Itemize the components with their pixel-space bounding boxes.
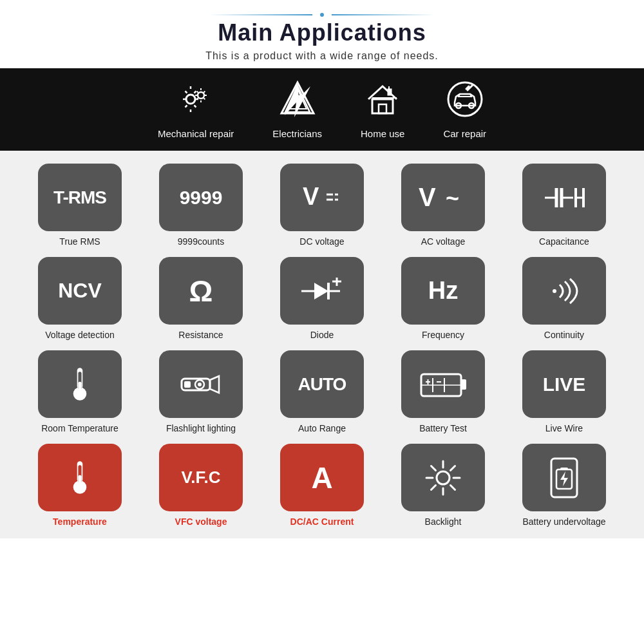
- vfc-icon-box: V.F.C: [159, 444, 243, 511]
- svg-marker-66: [560, 471, 568, 486]
- feature-dcac-current: A DC/AC Current: [280, 444, 364, 527]
- svg-rect-40: [184, 381, 191, 388]
- ohm-symbol: Ω: [189, 274, 213, 308]
- feature-batt-under: Battery undervoltage: [522, 444, 606, 527]
- svg-line-62: [451, 466, 455, 470]
- feature-resistance: Ω Resistance: [159, 257, 243, 340]
- acv-label: AC voltage: [421, 236, 465, 247]
- flashlight-icon-box: [159, 350, 243, 418]
- trms-icon-box: T-RMS: [38, 164, 122, 231]
- svg-point-42: [198, 383, 202, 386]
- dcac-icon-box: A: [280, 444, 364, 511]
- features-section: T-RMS True RMS 9999 9999counts V DC volt…: [0, 151, 644, 538]
- svg-rect-38: [78, 381, 81, 391]
- live-symbol: LIVE: [543, 374, 586, 395]
- backlight-svg: [421, 459, 466, 497]
- svg-rect-44: [461, 379, 466, 390]
- svg-rect-6: [372, 99, 393, 113]
- resistance-icon-box: Ω: [159, 257, 243, 325]
- feature-auto: AUTO Auto Range: [280, 350, 364, 433]
- live-wire-icon-box: LIVE: [522, 350, 606, 418]
- features-row-2: NCV Voltage detection Ω Resistance: [19, 257, 625, 340]
- banner-label-home: Home use: [361, 128, 404, 139]
- svg-point-11: [448, 82, 482, 116]
- feature-vfc: V.F.C VFC voltage: [159, 444, 243, 527]
- flashlight-svg: [175, 368, 227, 401]
- cap-svg: [538, 182, 590, 214]
- diode-svg: [296, 275, 348, 307]
- vfc-symbol: V.F.C: [181, 468, 220, 488]
- dcac-symbol: A: [311, 460, 332, 495]
- continuity-svg: [542, 275, 587, 307]
- svg-point-34: [553, 289, 556, 293]
- features-row-3: Room Temperature Flashlight lighting AUT…: [19, 350, 625, 433]
- svg-text:~: ~: [446, 185, 459, 211]
- cap-icon-box: [522, 164, 606, 231]
- deco-dot: [320, 13, 324, 17]
- feature-acv: V ~ AC voltage: [401, 164, 485, 247]
- header-decorative-line: [0, 13, 644, 17]
- svg-rect-54: [78, 475, 81, 484]
- auto-icon-box: AUTO: [280, 350, 364, 418]
- features-row-1: T-RMS True RMS 9999 9999counts V DC volt…: [19, 164, 625, 247]
- svg-line-61: [451, 485, 455, 489]
- continuity-icon-box: [522, 257, 606, 325]
- banner-label-electricians: Electricians: [272, 128, 322, 139]
- svg-rect-7: [379, 104, 386, 113]
- svg-text:V: V: [303, 183, 319, 210]
- svg-line-63: [431, 485, 436, 489]
- vfc-label: VFC voltage: [175, 516, 227, 527]
- frequency-icon-box: Hz: [401, 257, 485, 325]
- ncv-label: Voltage detection: [45, 330, 114, 340]
- battery-test-label: Battery Test: [419, 423, 467, 433]
- svg-point-1: [198, 92, 204, 99]
- feature-flashlight: Flashlight lighting: [159, 350, 243, 433]
- feature-diode: Diode: [280, 257, 364, 340]
- room-temp-svg: [64, 365, 96, 404]
- banner-item-home: Home use: [361, 80, 404, 139]
- feature-temperature: Temperature: [38, 444, 122, 527]
- room-temp-icon-box: [38, 350, 122, 418]
- 9999-icon-box: 9999: [159, 164, 243, 231]
- dcac-label: DC/AC Current: [290, 516, 354, 527]
- features-row-4: Temperature V.F.C VFC voltage A DC/AC Cu…: [19, 444, 625, 527]
- feature-9999: 9999 9999counts: [159, 164, 243, 247]
- page-title: Main Applications: [0, 19, 644, 46]
- battery-test-icon-box: [401, 350, 485, 418]
- gear-icon: [176, 80, 215, 123]
- acv-icon-box: V ~: [401, 164, 485, 231]
- ncv-icon-box: NCV: [38, 257, 122, 325]
- diode-label: Diode: [310, 330, 334, 340]
- live-wire-label: Live Wire: [545, 423, 583, 433]
- header-section: Main Applications This is a product with…: [0, 0, 644, 68]
- battery-test-svg: [417, 366, 469, 402]
- room-temp-label: Room Temperature: [41, 423, 118, 433]
- feature-live-wire: LIVE Live Wire: [522, 350, 606, 433]
- feature-trms: T-RMS True RMS: [38, 164, 122, 247]
- svg-point-0: [186, 95, 195, 104]
- hz-symbol: Hz: [428, 277, 458, 305]
- feature-cap: Capacitance: [522, 164, 606, 247]
- backlight-label: Backlight: [425, 516, 462, 527]
- feature-battery-test: Battery Test: [401, 350, 485, 433]
- diode-icon-box: [280, 257, 364, 325]
- feature-dcv: V DC voltage: [280, 164, 364, 247]
- batt-under-label: Battery undervoltage: [522, 516, 605, 527]
- dcv-icon-box: V: [280, 164, 364, 231]
- car-wrench-icon: [446, 80, 484, 123]
- page-subtitle: This is a product with a wide range of n…: [0, 50, 644, 62]
- trms-label: True RMS: [59, 236, 100, 247]
- 9999-symbol: 9999: [180, 187, 223, 209]
- feature-backlight: Backlight: [401, 444, 485, 527]
- feature-ncv: NCV Voltage detection: [38, 257, 122, 340]
- batt-under-svg: [545, 455, 583, 500]
- resistance-label: Resistance: [178, 330, 223, 340]
- banner-item-electricians: Electricians: [272, 80, 322, 139]
- deco-line-left: [209, 14, 312, 15]
- banner-label-mechanical: Mechanical repair: [158, 128, 234, 139]
- banner-item-mechanical: Mechanical repair: [158, 80, 234, 139]
- auto-symbol: AUTO: [298, 374, 346, 395]
- feature-frequency: Hz Frequency: [401, 257, 485, 340]
- dcv-label: DC voltage: [299, 236, 344, 247]
- backlight-icon-box: [401, 444, 485, 511]
